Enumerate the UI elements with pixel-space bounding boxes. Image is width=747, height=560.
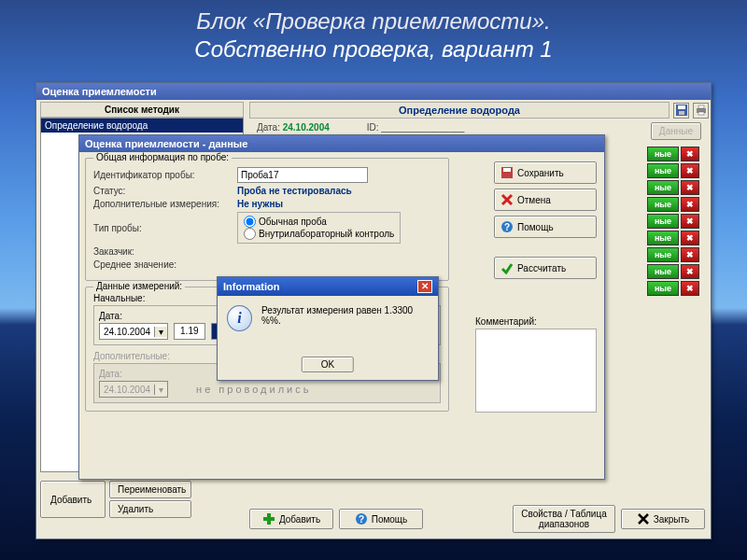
status-value: Проба не тестировалась xyxy=(237,186,352,196)
svg-rect-7 xyxy=(263,517,275,521)
properties-button[interactable]: Свойства / Таблица диапазонов xyxy=(513,505,615,533)
main-title-text: Оценка приемлемости xyxy=(42,86,157,97)
initial-value-1[interactable]: 1.19 xyxy=(174,323,204,340)
info-message: Результат измерения равен 1.3300 %%. xyxy=(261,305,429,326)
slide-title-line2: Собственно проверка, вариант 1 xyxy=(0,35,747,63)
slide-title: Блок «Проверка приемлемости». Собственно… xyxy=(0,7,747,63)
initial-date-field[interactable]: 24.10.2004▾ xyxy=(99,323,168,340)
calculate-button[interactable]: Рассчитать xyxy=(494,257,597,279)
additional-date-field: 24.10.2004▾ xyxy=(99,381,168,398)
close-icon[interactable]: ✕ xyxy=(417,280,432,293)
radio-regular[interactable]: Обычная проба xyxy=(244,216,394,228)
no-provided-text: не проводились xyxy=(196,384,311,395)
svg-rect-11 xyxy=(503,168,511,172)
main-titlebar: Оценка приемлемости xyxy=(36,83,711,100)
status-chip-red[interactable]: ✖ xyxy=(681,147,699,161)
svg-text:?: ? xyxy=(359,514,364,525)
method-list-header: Список методик xyxy=(40,102,244,118)
bottom-add-button[interactable]: Добавить xyxy=(249,509,333,529)
add-method-button[interactable]: Добавить xyxy=(40,481,106,518)
svg-rect-5 xyxy=(698,112,704,115)
info-icon: i xyxy=(227,305,252,331)
save-button[interactable]: Сохранить xyxy=(494,161,597,184)
data-button-disabled: Данные xyxy=(651,122,701,140)
info-titlebar: Information ✕ xyxy=(218,277,438,296)
radio-internal[interactable]: Внутрилабораторный контроль xyxy=(244,228,394,240)
delete-method-button[interactable]: Удалить xyxy=(109,500,191,518)
addmeas-value: Не нужны xyxy=(237,199,283,209)
sample-id-input[interactable] xyxy=(237,167,368,183)
help-button[interactable]: ? Помощь xyxy=(494,216,597,238)
cancel-button[interactable]: Отмена xyxy=(494,189,597,211)
save-disk-icon[interactable] xyxy=(673,103,689,119)
ok-button[interactable]: OK xyxy=(302,357,354,372)
svg-text:?: ? xyxy=(504,222,510,232)
right-panel-header: Определение водорода xyxy=(249,102,669,119)
print-icon[interactable] xyxy=(693,103,709,119)
method-item[interactable]: Определение водорода xyxy=(41,119,243,133)
info-dialog: Information ✕ i Результат измерения раве… xyxy=(217,276,439,381)
rename-method-button[interactable]: Переименовать xyxy=(109,481,191,498)
svg-rect-2 xyxy=(679,111,684,115)
slide-title-line1: Блок «Проверка приемлемости». xyxy=(0,7,747,35)
general-info-group: Общая информация по пробе: Идентификатор… xyxy=(85,158,449,281)
svg-rect-4 xyxy=(698,105,704,108)
status-indicators: ные✖ ные✖ ные✖ ные✖ ные✖ ные✖ ные✖ ные✖ … xyxy=(647,147,703,298)
bottom-toolbar: Добавить ? Помощь Свойства / Таблица диа… xyxy=(249,505,705,533)
bottom-help-button[interactable]: ? Помощь xyxy=(339,509,423,529)
svg-rect-1 xyxy=(678,105,685,109)
comment-textarea[interactable] xyxy=(475,329,597,413)
comment-area: Комментарий: xyxy=(475,316,597,413)
close-button[interactable]: Закрыть xyxy=(621,509,705,529)
dialog-side-buttons: Сохранить Отмена ? Помощь Рассчитать xyxy=(494,161,597,279)
data-dialog-titlebar: Оценка приемлемости - данные xyxy=(79,135,604,152)
status-chip-green[interactable]: ные xyxy=(647,147,679,161)
